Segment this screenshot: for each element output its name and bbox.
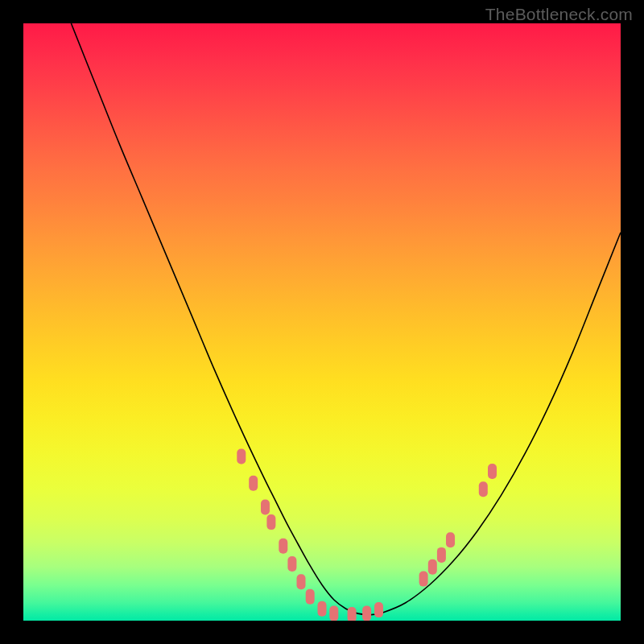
highlight-marker <box>318 601 327 617</box>
curve-line <box>71 23 621 615</box>
highlight-marker <box>249 476 258 491</box>
highlight-marker <box>437 547 446 563</box>
highlight-marker <box>297 574 306 589</box>
highlight-marker <box>306 589 315 605</box>
highlight-marker <box>266 514 275 530</box>
highlight-marker <box>362 606 371 621</box>
highlight-marker <box>488 464 497 479</box>
plot-area <box>23 23 621 621</box>
bottleneck-curve <box>71 23 621 615</box>
highlight-marker <box>428 559 437 575</box>
watermark-text: TheBottleneck.com <box>485 5 633 24</box>
highlight-marker <box>237 449 246 464</box>
highlight-marker <box>329 606 338 621</box>
highlight-marker <box>374 602 383 617</box>
highlight-marker <box>261 500 270 515</box>
highlight-marker <box>279 539 287 554</box>
highlight-marker <box>287 556 296 572</box>
highlight-marker <box>348 607 357 621</box>
highlight-markers <box>237 449 497 621</box>
chart-frame: TheBottleneck.com <box>0 0 644 644</box>
highlight-marker <box>479 481 488 497</box>
highlight-marker <box>446 532 455 547</box>
chart-svg <box>23 23 621 621</box>
highlight-marker <box>419 572 428 587</box>
